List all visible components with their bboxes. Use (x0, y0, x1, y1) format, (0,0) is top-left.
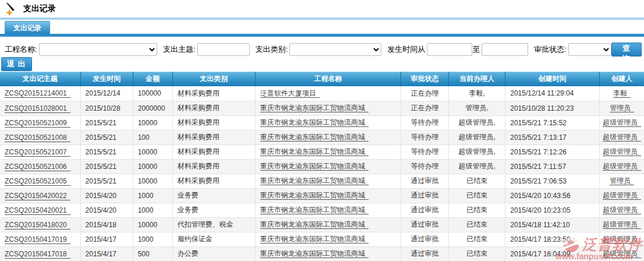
column-header-current_handler: 当前办理人 (449, 72, 505, 86)
cell-category: 材料采购费用 (172, 86, 255, 101)
cell-current_handler: 超级管理员, (449, 130, 505, 144)
subject-link[interactable]: ZCSQ20150521007 (5, 148, 70, 157)
cell-created_time: 2015/5/21 7:12:26 (505, 144, 600, 159)
cell-project: 重庆市钢龙渝东国际工贸物流商城 (255, 101, 401, 115)
cell-created_time: 2015/5/21 7:06:53 (505, 174, 600, 188)
action-bar: 退 出 (0, 57, 644, 72)
creator-link[interactable]: 管理员 (610, 104, 634, 112)
cell-created_time: 2015/4/18 11:42:10 (505, 217, 600, 232)
creator-link[interactable]: 超级管理员 (603, 206, 641, 214)
creator-link[interactable]: 超级管理员 (603, 133, 641, 142)
cell-created_time: 2015/12/14 11:29:04 (505, 86, 600, 101)
project-link[interactable]: 重庆市钢龙渝东国际工贸物流商城 (260, 147, 369, 156)
cell-occur_date: 2015/5/21 (80, 159, 133, 174)
cell-approval_status: 正在办理 (401, 101, 449, 115)
cell-category: 办公费 (172, 246, 255, 261)
project-link[interactable]: 重庆市钢龙渝东国际工贸物流商城 (260, 191, 369, 200)
cell-subject: ZCSQ20150521005 (0, 174, 80, 188)
column-header-creator: 创建人 (600, 72, 644, 86)
cell-subject: ZCSQ20150417018 (0, 246, 80, 261)
cell-subject: ZCSQ20150417019 (0, 232, 80, 246)
cell-occur_date: 2015/4/20 (80, 188, 133, 203)
subject-link[interactable]: ZCSQ20150420021 (5, 206, 70, 215)
expense-category-select[interactable] (289, 43, 381, 56)
cell-current_handler: 管理员, (449, 101, 505, 115)
creator-link[interactable]: 超级管理员 (603, 147, 641, 156)
table-row: ZCSQ201504200222015/4/201000业务费重庆市钢龙渝东国际… (0, 188, 644, 203)
search-button[interactable]: 查 询 (611, 43, 642, 57)
cell-project: 泛普软件大厦项目 (255, 86, 401, 101)
cell-approval_status: 等待办理 (401, 115, 449, 130)
project-link[interactable]: 泛普软件大厦项目 (260, 89, 320, 98)
time-from-input[interactable] (427, 43, 472, 56)
expense-table-header-row: 支出记主题发生时间金额支出类别工程名称审批状态当前办理人创建时间创建人 (0, 72, 644, 86)
creator-link[interactable]: 李毅 (613, 89, 631, 98)
cell-subject: ZCSQ20150420022 (0, 188, 80, 203)
cell-creator: 超级管理员 (600, 130, 644, 144)
cell-subject: ZCSQ20150420021 (0, 203, 80, 217)
tab-expense-records[interactable]: 支出记录 (5, 21, 50, 34)
project-name-select[interactable] (39, 43, 157, 56)
subject-link[interactable]: ZCSQ20151028001 (5, 104, 70, 113)
creator-link[interactable]: 超级管理员 (603, 162, 641, 171)
cell-amount: 100000 (133, 86, 172, 101)
creator-link[interactable]: 超级管理员 (603, 235, 641, 244)
cell-occur_date: 2015/4/20 (80, 203, 133, 217)
project-link[interactable]: 重庆市钢龙渝东国际工贸物流商城 (260, 104, 369, 112)
cell-category: 代扣管理费、税金 (172, 217, 255, 232)
expense-category-label: 支出类别: (256, 44, 288, 55)
cell-category: 材料采购费用 (172, 144, 255, 159)
cell-current_handler: 超级管理员, (449, 115, 505, 130)
exit-button[interactable]: 退 出 (1, 57, 32, 71)
creator-link[interactable]: 管理员 (610, 177, 634, 185)
creator-link[interactable]: 超级管理员 (603, 191, 641, 200)
cell-amount: 10000 (133, 174, 172, 188)
creator-link[interactable]: 超级管理员 (603, 249, 641, 258)
subject-link[interactable]: ZCSQ20150418020 (5, 221, 70, 230)
cell-created_time: 2015/5/21 7:13:17 (505, 130, 600, 144)
project-link[interactable]: 重庆市钢龙渝东国际工贸物流商城 (260, 235, 369, 244)
project-link[interactable]: 重庆市钢龙渝东国际工贸物流商城 (260, 220, 369, 229)
cell-subject: ZCSQ20150418020 (0, 217, 80, 232)
cell-approval_status: 通过审批 (401, 174, 449, 188)
table-row: ZCSQ201504170192015/4/171000履约保证金重庆市钢龙渝东… (0, 232, 644, 246)
cell-project: 重庆市钢龙渝东国际工贸物流商城 (255, 246, 401, 261)
subject-link[interactable]: ZCSQ20150521005 (5, 177, 70, 186)
project-link[interactable]: 重庆市钢龙渝东国际工贸物流商城 (260, 206, 369, 214)
subject-link[interactable]: ZCSQ20150420022 (5, 192, 70, 200)
cell-project: 重庆市钢龙渝东国际工贸物流商城 (255, 174, 401, 188)
cell-project: 重庆市钢龙渝东国际工贸物流商城 (255, 130, 401, 144)
time-from-label: 发生时间从 (387, 44, 425, 55)
cell-created_time: 2015/5/21 7:15:52 (505, 115, 600, 130)
cell-approval_status: 通过审批 (401, 246, 449, 261)
project-link[interactable]: 重庆市钢龙渝东国际工贸物流商城 (260, 118, 369, 127)
cell-current_handler: 已结束 (449, 188, 505, 203)
cell-created_time: 2015/4/17 16:04:09 (505, 246, 600, 261)
project-link[interactable]: 重庆市钢龙渝东国际工贸物流商城 (260, 162, 369, 171)
time-to-input[interactable] (482, 43, 528, 56)
subject-link[interactable]: ZCSQ20150417019 (5, 235, 70, 244)
cell-created_time: 2015/4/17 18:23:50 (505, 232, 600, 246)
project-link[interactable]: 重庆市钢龙渝东国际工贸物流商城 (260, 133, 369, 142)
project-link[interactable]: 重庆市钢龙渝东国际工贸物流商城 (260, 177, 369, 185)
cell-subject: ZCSQ20151028001 (0, 101, 80, 115)
cell-creator: 超级管理员 (600, 203, 644, 217)
subject-link[interactable]: ZCSQ20150521009 (5, 119, 70, 128)
approval-status-select[interactable] (568, 43, 611, 56)
subject-link[interactable]: ZCSQ20150521006 (5, 163, 70, 171)
creator-link[interactable]: 超级管理员 (603, 220, 641, 229)
cell-amount: 1000 (133, 188, 172, 203)
subject-link[interactable]: ZCSQ20150521008 (5, 133, 70, 142)
cell-subject: ZCSQ20150521008 (0, 130, 80, 144)
subject-link[interactable]: ZCSQ20151214001 (5, 89, 70, 98)
expense-subject-input[interactable] (197, 43, 250, 56)
project-name-label: 工程名称: (5, 44, 37, 55)
project-link[interactable]: 重庆市钢龙渝东国际工贸物流商城 (260, 249, 369, 258)
column-header-approval_status: 审批状态 (401, 72, 449, 86)
cell-amount: 10000 (133, 144, 172, 159)
creator-link[interactable]: 超级管理员 (603, 118, 641, 127)
cell-creator: 超级管理员 (600, 188, 644, 203)
subject-link[interactable]: ZCSQ20150417018 (5, 250, 70, 259)
cell-subject: ZCSQ20150521006 (0, 159, 80, 174)
cell-project: 重庆市钢龙渝东国际工贸物流商城 (255, 203, 401, 217)
